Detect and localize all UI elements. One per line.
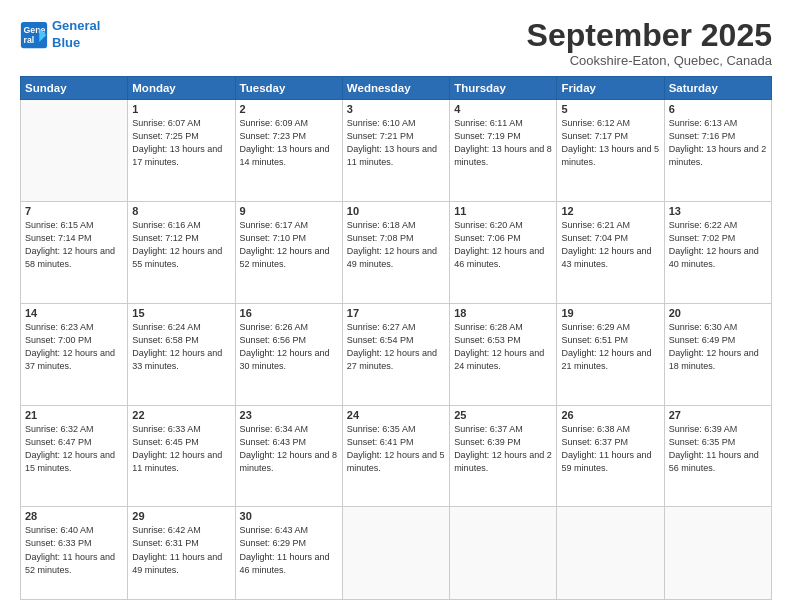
calendar-cell: 13Sunrise: 6:22 AMSunset: 7:02 PMDayligh… <box>664 202 771 304</box>
day-number: 12 <box>561 205 659 217</box>
calendar-cell: 20Sunrise: 6:30 AMSunset: 6:49 PMDayligh… <box>664 303 771 405</box>
calendar-cell: 23Sunrise: 6:34 AMSunset: 6:43 PMDayligh… <box>235 405 342 507</box>
calendar-week-row: 21Sunrise: 6:32 AMSunset: 6:47 PMDayligh… <box>21 405 772 507</box>
day-number: 5 <box>561 103 659 115</box>
calendar-cell: 15Sunrise: 6:24 AMSunset: 6:58 PMDayligh… <box>128 303 235 405</box>
day-number: 4 <box>454 103 552 115</box>
calendar-cell: 2Sunrise: 6:09 AMSunset: 7:23 PMDaylight… <box>235 100 342 202</box>
cell-sun-info: Sunrise: 6:42 AMSunset: 6:31 PMDaylight:… <box>132 524 230 576</box>
calendar-cell: 10Sunrise: 6:18 AMSunset: 7:08 PMDayligh… <box>342 202 449 304</box>
header: Gene ral General Blue September 2025 Coo… <box>20 18 772 68</box>
cell-sun-info: Sunrise: 6:33 AMSunset: 6:45 PMDaylight:… <box>132 423 230 475</box>
calendar-cell: 6Sunrise: 6:13 AMSunset: 7:16 PMDaylight… <box>664 100 771 202</box>
weekday-header: Sunday <box>21 77 128 100</box>
location-subtitle: Cookshire-Eaton, Quebec, Canada <box>527 53 772 68</box>
day-number: 20 <box>669 307 767 319</box>
cell-sun-info: Sunrise: 6:10 AMSunset: 7:21 PMDaylight:… <box>347 117 445 169</box>
day-number: 3 <box>347 103 445 115</box>
calendar-cell: 24Sunrise: 6:35 AMSunset: 6:41 PMDayligh… <box>342 405 449 507</box>
day-number: 23 <box>240 409 338 421</box>
month-title: September 2025 <box>527 18 772 53</box>
cell-sun-info: Sunrise: 6:35 AMSunset: 6:41 PMDaylight:… <box>347 423 445 475</box>
day-number: 22 <box>132 409 230 421</box>
calendar-cell: 26Sunrise: 6:38 AMSunset: 6:37 PMDayligh… <box>557 405 664 507</box>
calendar-cell: 25Sunrise: 6:37 AMSunset: 6:39 PMDayligh… <box>450 405 557 507</box>
calendar-cell: 9Sunrise: 6:17 AMSunset: 7:10 PMDaylight… <box>235 202 342 304</box>
logo-line2: Blue <box>52 35 80 50</box>
cell-sun-info: Sunrise: 6:16 AMSunset: 7:12 PMDaylight:… <box>132 219 230 271</box>
day-number: 19 <box>561 307 659 319</box>
calendar-header-row: SundayMondayTuesdayWednesdayThursdayFrid… <box>21 77 772 100</box>
day-number: 15 <box>132 307 230 319</box>
calendar-cell: 3Sunrise: 6:10 AMSunset: 7:21 PMDaylight… <box>342 100 449 202</box>
calendar-cell: 18Sunrise: 6:28 AMSunset: 6:53 PMDayligh… <box>450 303 557 405</box>
day-number: 29 <box>132 510 230 522</box>
calendar-cell <box>557 507 664 600</box>
svg-text:ral: ral <box>24 35 35 45</box>
cell-sun-info: Sunrise: 6:11 AMSunset: 7:19 PMDaylight:… <box>454 117 552 169</box>
day-number: 13 <box>669 205 767 217</box>
calendar-cell: 7Sunrise: 6:15 AMSunset: 7:14 PMDaylight… <box>21 202 128 304</box>
cell-sun-info: Sunrise: 6:18 AMSunset: 7:08 PMDaylight:… <box>347 219 445 271</box>
logo-icon: Gene ral <box>20 21 48 49</box>
calendar-week-row: 7Sunrise: 6:15 AMSunset: 7:14 PMDaylight… <box>21 202 772 304</box>
weekday-header: Wednesday <box>342 77 449 100</box>
calendar-cell: 12Sunrise: 6:21 AMSunset: 7:04 PMDayligh… <box>557 202 664 304</box>
cell-sun-info: Sunrise: 6:28 AMSunset: 6:53 PMDaylight:… <box>454 321 552 373</box>
logo-line1: General <box>52 18 100 33</box>
calendar-cell: 14Sunrise: 6:23 AMSunset: 7:00 PMDayligh… <box>21 303 128 405</box>
day-number: 9 <box>240 205 338 217</box>
cell-sun-info: Sunrise: 6:43 AMSunset: 6:29 PMDaylight:… <box>240 524 338 576</box>
cell-sun-info: Sunrise: 6:21 AMSunset: 7:04 PMDaylight:… <box>561 219 659 271</box>
cell-sun-info: Sunrise: 6:17 AMSunset: 7:10 PMDaylight:… <box>240 219 338 271</box>
calendar-cell: 11Sunrise: 6:20 AMSunset: 7:06 PMDayligh… <box>450 202 557 304</box>
calendar-week-row: 1Sunrise: 6:07 AMSunset: 7:25 PMDaylight… <box>21 100 772 202</box>
weekday-header: Thursday <box>450 77 557 100</box>
day-number: 18 <box>454 307 552 319</box>
calendar-cell <box>342 507 449 600</box>
calendar-cell: 8Sunrise: 6:16 AMSunset: 7:12 PMDaylight… <box>128 202 235 304</box>
day-number: 10 <box>347 205 445 217</box>
day-number: 8 <box>132 205 230 217</box>
day-number: 11 <box>454 205 552 217</box>
cell-sun-info: Sunrise: 6:24 AMSunset: 6:58 PMDaylight:… <box>132 321 230 373</box>
cell-sun-info: Sunrise: 6:13 AMSunset: 7:16 PMDaylight:… <box>669 117 767 169</box>
calendar-cell: 16Sunrise: 6:26 AMSunset: 6:56 PMDayligh… <box>235 303 342 405</box>
day-number: 26 <box>561 409 659 421</box>
calendar-table: SundayMondayTuesdayWednesdayThursdayFrid… <box>20 76 772 600</box>
calendar-cell: 4Sunrise: 6:11 AMSunset: 7:19 PMDaylight… <box>450 100 557 202</box>
calendar-cell: 28Sunrise: 6:40 AMSunset: 6:33 PMDayligh… <box>21 507 128 600</box>
calendar-cell: 29Sunrise: 6:42 AMSunset: 6:31 PMDayligh… <box>128 507 235 600</box>
calendar-cell: 19Sunrise: 6:29 AMSunset: 6:51 PMDayligh… <box>557 303 664 405</box>
cell-sun-info: Sunrise: 6:09 AMSunset: 7:23 PMDaylight:… <box>240 117 338 169</box>
day-number: 17 <box>347 307 445 319</box>
calendar-cell: 5Sunrise: 6:12 AMSunset: 7:17 PMDaylight… <box>557 100 664 202</box>
page: Gene ral General Blue September 2025 Coo… <box>0 0 792 612</box>
logo: Gene ral General Blue <box>20 18 100 52</box>
day-number: 28 <box>25 510 123 522</box>
weekday-header: Saturday <box>664 77 771 100</box>
calendar-cell: 30Sunrise: 6:43 AMSunset: 6:29 PMDayligh… <box>235 507 342 600</box>
cell-sun-info: Sunrise: 6:34 AMSunset: 6:43 PMDaylight:… <box>240 423 338 475</box>
day-number: 24 <box>347 409 445 421</box>
day-number: 21 <box>25 409 123 421</box>
calendar-cell: 22Sunrise: 6:33 AMSunset: 6:45 PMDayligh… <box>128 405 235 507</box>
cell-sun-info: Sunrise: 6:23 AMSunset: 7:00 PMDaylight:… <box>25 321 123 373</box>
day-number: 6 <box>669 103 767 115</box>
cell-sun-info: Sunrise: 6:32 AMSunset: 6:47 PMDaylight:… <box>25 423 123 475</box>
calendar-cell <box>21 100 128 202</box>
cell-sun-info: Sunrise: 6:07 AMSunset: 7:25 PMDaylight:… <box>132 117 230 169</box>
cell-sun-info: Sunrise: 6:38 AMSunset: 6:37 PMDaylight:… <box>561 423 659 475</box>
day-number: 7 <box>25 205 123 217</box>
cell-sun-info: Sunrise: 6:26 AMSunset: 6:56 PMDaylight:… <box>240 321 338 373</box>
calendar-cell: 1Sunrise: 6:07 AMSunset: 7:25 PMDaylight… <box>128 100 235 202</box>
day-number: 2 <box>240 103 338 115</box>
cell-sun-info: Sunrise: 6:20 AMSunset: 7:06 PMDaylight:… <box>454 219 552 271</box>
cell-sun-info: Sunrise: 6:22 AMSunset: 7:02 PMDaylight:… <box>669 219 767 271</box>
day-number: 14 <box>25 307 123 319</box>
cell-sun-info: Sunrise: 6:30 AMSunset: 6:49 PMDaylight:… <box>669 321 767 373</box>
cell-sun-info: Sunrise: 6:39 AMSunset: 6:35 PMDaylight:… <box>669 423 767 475</box>
cell-sun-info: Sunrise: 6:37 AMSunset: 6:39 PMDaylight:… <box>454 423 552 475</box>
calendar-cell <box>450 507 557 600</box>
cell-sun-info: Sunrise: 6:12 AMSunset: 7:17 PMDaylight:… <box>561 117 659 169</box>
